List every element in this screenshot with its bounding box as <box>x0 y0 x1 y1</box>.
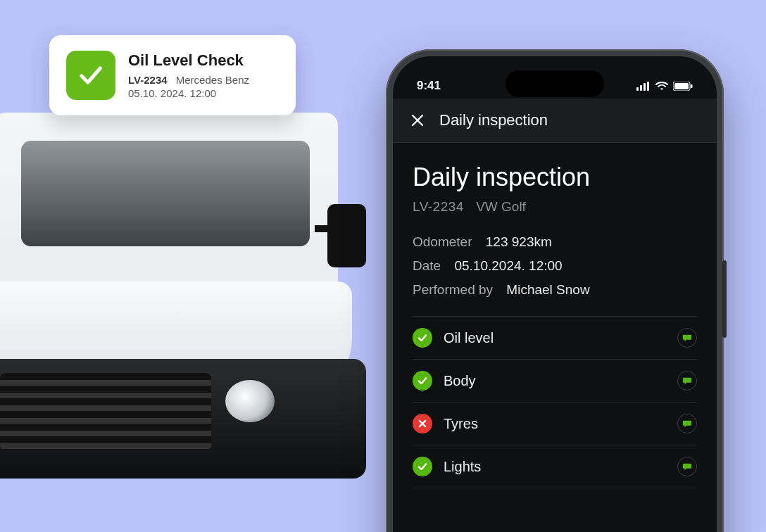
inspection-plate: LV-2234 <box>413 199 464 214</box>
status-time: 9:41 <box>417 79 441 93</box>
comment-button[interactable] <box>677 328 697 348</box>
svg-rect-2 <box>643 83 646 91</box>
odometer-label: Odometer <box>413 234 472 249</box>
status-fail-icon <box>413 414 432 433</box>
phone-frame: 9:41 <box>386 49 724 532</box>
comment-icon <box>682 376 692 386</box>
page-title: Daily inspection <box>413 163 697 192</box>
battery-icon <box>673 82 693 91</box>
odometer-value: 123 923km <box>486 234 552 249</box>
oil-check-card: Oil Level Check LV-2234 Mercedes Benz 05… <box>49 35 296 115</box>
card-vehicle: Mercedes Benz <box>176 74 249 86</box>
check-label: Oil level <box>444 330 666 346</box>
performed-label: Performed by <box>413 282 493 297</box>
check-item[interactable]: Lights <box>413 445 697 488</box>
comment-icon <box>682 419 692 429</box>
app-header: Daily inspection <box>393 99 717 143</box>
close-button[interactable] <box>408 111 427 129</box>
meta-performed-by: Performed by Michael Snow <box>413 282 697 298</box>
vehicle-line: LV-2234 VW Golf <box>413 199 697 215</box>
comment-button[interactable] <box>677 457 697 476</box>
date-value: 05.10.2024. 12:00 <box>454 258 562 273</box>
meta-date: Date 05.10.2024. 12:00 <box>413 258 697 274</box>
check-item[interactable]: Oil level <box>413 317 697 360</box>
svg-rect-3 <box>647 82 649 91</box>
wifi-icon <box>655 82 668 91</box>
checklist: Oil levelBodyTyresLights <box>413 317 697 488</box>
status-pass-icon <box>413 371 432 391</box>
cellular-icon <box>636 82 651 91</box>
check-label: Lights <box>444 459 666 475</box>
phone-side-button <box>722 260 727 338</box>
check-item[interactable]: Body <box>413 360 697 403</box>
app-content: Daily inspection LV-2234 VW Golf Odomete… <box>393 143 717 488</box>
svg-rect-1 <box>640 85 642 91</box>
card-datetime: 05.10. 2024. 12:00 <box>128 87 279 99</box>
card-subtitle: LV-2234 Mercedes Benz <box>128 74 279 86</box>
comment-button[interactable] <box>677 414 697 433</box>
date-label: Date <box>413 258 441 273</box>
svg-rect-5 <box>674 83 689 89</box>
checkmark-badge <box>66 51 115 100</box>
comment-button[interactable] <box>677 371 697 391</box>
check-label: Tyres <box>444 416 666 432</box>
status-pass-icon <box>413 328 432 348</box>
status-pass-icon <box>413 457 432 476</box>
inspection-meta: Odometer 123 923km Date 05.10.2024. 12:0… <box>413 234 697 298</box>
check-item[interactable]: Tyres <box>413 403 697 445</box>
comment-icon <box>682 462 692 471</box>
dynamic-island <box>506 70 604 97</box>
checkmark-icon <box>77 61 105 89</box>
inspection-vehicle: VW Golf <box>476 199 526 214</box>
close-icon <box>410 113 425 127</box>
card-title: Oil Level Check <box>128 51 279 70</box>
status-icons <box>636 82 693 91</box>
app-header-title: Daily inspection <box>439 111 548 129</box>
phone-screen: 9:41 <box>393 56 717 532</box>
performed-value: Michael Snow <box>506 282 589 297</box>
card-plate: LV-2234 <box>128 74 168 86</box>
svg-rect-6 <box>691 84 693 88</box>
svg-rect-0 <box>636 87 639 91</box>
comment-icon <box>682 333 692 343</box>
card-body: Oil Level Check LV-2234 Mercedes Benz 05… <box>128 51 279 99</box>
van-image <box>0 84 366 532</box>
check-label: Body <box>444 373 666 389</box>
meta-odometer: Odometer 123 923km <box>413 234 697 250</box>
